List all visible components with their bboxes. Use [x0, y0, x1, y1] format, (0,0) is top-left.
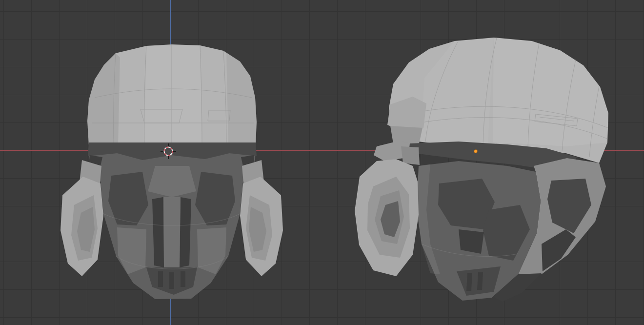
helmet-front-flare-left: [60, 177, 103, 276]
helmet-model-front[interactable]: [60, 44, 283, 299]
3d-viewport[interactable]: [0, 0, 644, 325]
helmet-front-flare-right: [240, 177, 283, 276]
object-origin-icon: [474, 150, 478, 153]
helmet-front-center-column: [164, 197, 181, 267]
helmet-side-ear-flare: [355, 159, 419, 276]
scene-layer: [0, 0, 644, 325]
helmet-front-nose-bridge: [148, 166, 196, 197]
helmet-model-side[interactable]: [355, 38, 608, 302]
helmet-side-jaw: [417, 161, 542, 302]
